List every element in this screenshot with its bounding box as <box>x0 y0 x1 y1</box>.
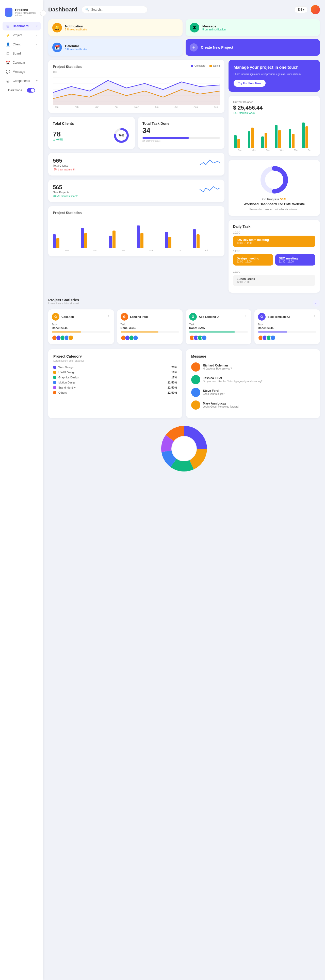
sidebar-nav: ⊞ Dashboard ▾ ⚡ Project ▾ 👤 Client ▾ ⊡ B… <box>0 22 43 95</box>
balance-bar-chart <box>233 118 315 148</box>
project-menu-icon[interactable]: ⋮ <box>175 314 179 319</box>
cat-name: Brand Identity <box>58 386 76 389</box>
total-task-row: 34 <box>142 127 220 135</box>
task-title: iOS Dev team meeting <box>237 238 312 242</box>
chart-x-labels: Jan Feb Mar Apr May Jun Jul Aug Sep <box>53 106 220 108</box>
msg-item-2[interactable]: Jessica Elliot Do you need like the Colo… <box>191 375 315 384</box>
chevron-down-icon: ▾ <box>36 80 38 82</box>
sidebar-item-project[interactable]: ⚡ Project ▾ <box>3 31 41 40</box>
task-title: Lunch Break <box>237 277 312 281</box>
stat-total-clients: 565 Total Clients -3% than last month <box>48 153 224 175</box>
message-icon: 💬 <box>6 70 10 74</box>
sidebar-item-message[interactable]: 💬 Message <box>3 67 41 76</box>
bar-yellow <box>141 233 144 248</box>
pie-center <box>172 436 196 461</box>
project-menu-icon[interactable]: ⋮ <box>244 314 248 319</box>
chevron-down-icon: ▾ <box>36 34 38 37</box>
language-select[interactable]: EN ▾ <box>294 6 308 13</box>
msg-item-4[interactable]: Mary Ann Lucas Looks Good. Please go for… <box>191 401 315 410</box>
project-card-landing: G Landing Page ⋮ Task Done: 30/45 <box>117 309 183 344</box>
bar-group-mon <box>81 228 108 248</box>
project-task-val: Done: 35/45 <box>189 326 248 329</box>
sidebar-item-client[interactable]: 👤 Client ▾ <box>3 40 41 49</box>
stat-info: 565 New Projects +0.5% than last month <box>53 184 78 197</box>
cat-row-5: Brand Identity 12.50% <box>53 386 177 389</box>
msg-item-1[interactable]: Richard Coleman Hi Jackma! How are you? <box>191 363 315 372</box>
message-card-bottom: Message Richard Coleman Hi Jackma! How a… <box>186 349 320 418</box>
project-statistics-section-2: Project Statistics Lorem ipsum dolor sit… <box>48 298 320 344</box>
x-label: Tue <box>266 149 270 151</box>
legend-complete: Complete <box>191 64 205 67</box>
msg-name: Jessica Elliot <box>203 376 263 380</box>
x-label: Sun <box>238 149 242 151</box>
x-label: Thu <box>178 249 181 252</box>
bottom-grid: Project Category Lorem ipsum dolor sit a… <box>48 349 320 418</box>
msg-item-3[interactable]: Steve Ford Can I your budget? <box>191 388 315 397</box>
back-arrow-button[interactable]: ← <box>313 299 320 307</box>
project-menu-icon[interactable]: ⋮ <box>312 314 316 319</box>
bar-group <box>289 129 301 148</box>
x-label: Apr <box>115 106 118 108</box>
on-progress-text: On Progress <box>262 197 279 201</box>
notification-cards: 🔔 Notification 5 Unread notification ✉ M… <box>48 19 320 56</box>
task-time: 10:00 - 11:00 <box>237 242 312 245</box>
task-item-seo[interactable]: SEO meeting 11:30 - 12:00 <box>275 254 315 266</box>
bar-blue <box>193 229 196 248</box>
sparkline-chart <box>200 158 220 168</box>
on-progress-pct: 50% <box>280 197 286 201</box>
cat-label: Motion Design <box>53 381 76 384</box>
total-task-value: 34 <box>142 127 150 135</box>
bar-yellow <box>168 237 171 248</box>
darkmode-toggle[interactable] <box>27 88 35 92</box>
calendar-icon-circle: 📅 <box>52 43 62 52</box>
sidebar-toggle[interactable]: ‹ <box>40 10 46 16</box>
project-task-label: Task <box>189 323 248 326</box>
workload-card: On Progress 50% Workload Dashboard For C… <box>229 160 320 216</box>
promo-button[interactable]: Try For Free Now <box>234 80 266 87</box>
notification-icon: 🔔 <box>52 23 62 32</box>
total-task-card: Total Task Done 34 87 left from target <box>138 117 224 149</box>
main-content: Dashboard 🔍 EN ▾ 🔔 Notification 5 Unread… <box>43 0 325 980</box>
project-menu-icon[interactable]: ⋮ <box>106 314 110 319</box>
msg-name: Steve Ford <box>203 389 224 393</box>
create-project-card[interactable]: + Create New Project <box>186 39 320 56</box>
task-item-ios[interactable]: iOS Dev team meeting 10:00 - 11:00 <box>233 235 315 247</box>
time-label-11: 11:00 <box>233 250 315 253</box>
message-card-notif[interactable]: ✉ Message 5 Unread notification <box>186 19 320 36</box>
sidebar: ProTend Project Management Admin ‹ ⊞ Das… <box>0 0 43 980</box>
project-progress-bar <box>189 331 248 332</box>
darkmode-row: Darkmode <box>3 86 41 95</box>
notification-text: Notification 5 Unread notification <box>65 24 88 31</box>
cat-label: UX/UI Design <box>53 371 75 374</box>
project-avatar: G <box>52 313 59 321</box>
project-cards-row: G Gold App ⋮ Task Done: 23/45 <box>48 309 320 344</box>
calendar-card[interactable]: 📅 Calendar 5 Unread notification <box>48 39 183 56</box>
bar <box>292 134 295 148</box>
notification-card[interactable]: 🔔 Notification 5 Unread notification <box>48 19 183 36</box>
search-input[interactable] <box>91 8 144 11</box>
x-label: Fri <box>205 249 208 252</box>
task-item-lunch[interactable]: Lunch Break 12:00 - 1:00 <box>233 275 315 286</box>
time-label-10: 10:00 <box>233 231 315 234</box>
avatar <box>311 5 320 14</box>
msg-content: Mary Ann Lucas Looks Good. Please go for… <box>203 402 239 408</box>
cat-pct: 12.50% <box>168 386 177 389</box>
cat-name: Graphics Design <box>58 376 79 379</box>
bar <box>251 127 254 148</box>
sidebar-item-board[interactable]: ⊡ Board <box>3 49 41 58</box>
stat-new-projects: 565 New Projects +0.5% than last month <box>48 180 224 202</box>
content-grid: Project Statistics Complete Doing 100 <box>48 60 320 293</box>
search-bar[interactable]: 🔍 <box>82 6 147 13</box>
sidebar-item-components[interactable]: ◎ Components ▾ <box>3 76 41 85</box>
project-name: Landing Page <box>130 315 149 318</box>
chevron-down-icon: ▾ <box>36 25 38 27</box>
project-member-avatars <box>189 335 248 340</box>
sidebar-item-calendar[interactable]: 📅 Calendar <box>3 58 41 67</box>
sidebar-item-dashboard[interactable]: ⊞ Dashboard ▾ <box>3 22 41 30</box>
project-statistics-title: Project Statistics <box>53 65 82 69</box>
task-item-design[interactable]: Design meeting 11:00 - 12:00 <box>233 254 273 266</box>
cat-dot <box>53 376 56 379</box>
legend-label: Complete <box>194 64 205 67</box>
mini-avatar <box>270 335 276 340</box>
x-label: Wed <box>149 249 154 252</box>
